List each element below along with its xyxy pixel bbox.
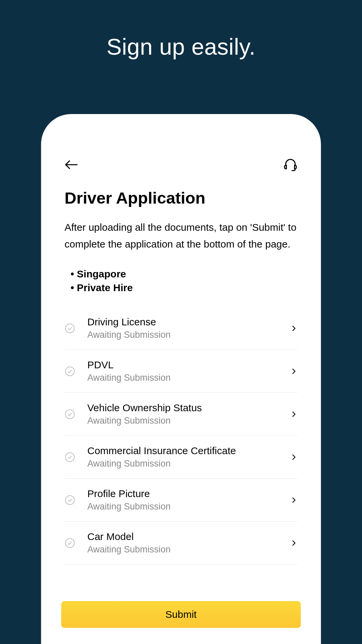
document-status: Awaiting Submission [87, 459, 290, 469]
chevron-right-icon [290, 411, 298, 418]
document-title: PDVL [87, 359, 290, 371]
tag-location: Singapore [71, 267, 298, 281]
svg-point-4 [65, 452, 74, 462]
document-item-pdvl[interactable]: PDVL Awaiting Submission [65, 350, 298, 393]
document-title: Commercial Insurance Certificate [87, 445, 290, 457]
phone-mockup: Driver Application After uploading all t… [41, 114, 321, 644]
document-list: Driving License Awaiting Submission [65, 313, 298, 565]
submit-button[interactable]: Submit [61, 601, 301, 628]
document-status: Awaiting Submission [87, 373, 290, 383]
document-title: Driving License [87, 316, 290, 328]
page-title: Driver Application [65, 189, 298, 207]
document-text: Profile Picture Awaiting Submission [87, 488, 290, 512]
chevron-right-icon [290, 453, 298, 461]
document-text: PDVL Awaiting Submission [87, 359, 290, 383]
document-item-car-model[interactable]: Car Model Awaiting Submission [65, 522, 298, 565]
document-item-vehicle-ownership[interactable]: Vehicle Ownership Status Awaiting Submis… [65, 393, 298, 436]
promo-title: Sign up easily. [0, 0, 362, 60]
document-status: Awaiting Submission [87, 330, 290, 340]
document-text: Car Model Awaiting Submission [87, 531, 290, 555]
arrow-left-icon [65, 158, 79, 172]
document-title: Profile Picture [87, 488, 290, 499]
chevron-right-icon [290, 368, 298, 375]
headset-icon [284, 158, 298, 172]
document-item-profile-picture[interactable]: Profile Picture Awaiting Submission [65, 479, 298, 522]
page-description: After uploading all the documents, tap o… [65, 219, 298, 252]
chevron-right-icon [290, 539, 298, 547]
check-circle-icon [65, 495, 75, 505]
chevron-right-icon [290, 325, 298, 332]
check-circle-icon [65, 538, 75, 548]
svg-point-1 [65, 324, 74, 333]
document-item-driving-license[interactable]: Driving License Awaiting Submission [65, 313, 298, 350]
svg-point-3 [65, 410, 74, 419]
svg-point-5 [65, 495, 74, 504]
check-circle-icon [65, 323, 75, 334]
top-bar [41, 158, 321, 172]
document-text: Driving License Awaiting Submission [87, 316, 290, 340]
support-button[interactable] [284, 158, 298, 172]
check-circle-icon [65, 409, 75, 420]
application-tags: Singapore Private Hire [65, 267, 298, 294]
check-circle-icon [65, 452, 75, 463]
document-title: Car Model [87, 531, 290, 542]
svg-point-6 [65, 538, 74, 547]
check-circle-icon [65, 366, 75, 377]
document-text: Vehicle Ownership Status Awaiting Submis… [87, 402, 290, 426]
chevron-right-icon [290, 496, 298, 504]
tag-type: Private Hire [71, 281, 298, 295]
main-content: Driver Application After uploading all t… [41, 189, 321, 565]
document-title: Vehicle Ownership Status [87, 402, 290, 414]
svg-point-2 [65, 367, 74, 376]
document-item-insurance[interactable]: Commercial Insurance Certificate Awaitin… [65, 436, 298, 479]
document-text: Commercial Insurance Certificate Awaitin… [87, 445, 290, 469]
document-status: Awaiting Submission [87, 544, 290, 555]
back-button[interactable] [65, 158, 79, 172]
document-status: Awaiting Submission [87, 501, 290, 512]
document-status: Awaiting Submission [87, 416, 290, 426]
